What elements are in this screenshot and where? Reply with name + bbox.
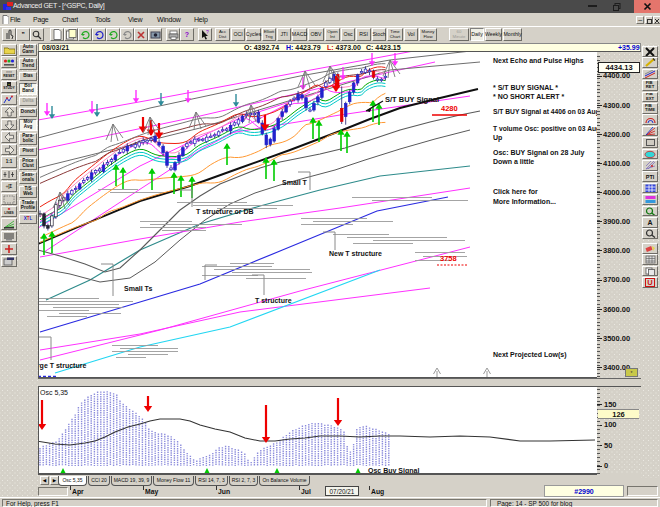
- svg-text:Small Ts: Small Ts: [124, 285, 152, 292]
- svg-text:More Information...: More Information...: [493, 198, 556, 205]
- svg-text:S/T BUY Signal at 4406 on 03 A: S/T BUY Signal at 4406 on 03 August: [493, 108, 597, 116]
- svg-text:Next Projected Low(s): Next Projected Low(s): [493, 351, 567, 359]
- svg-text:T structure or DB: T structure or DB: [196, 208, 254, 215]
- svg-text:Osc 5,35: Osc 5,35: [40, 389, 68, 396]
- svg-text:Small T: Small T: [282, 179, 308, 186]
- svg-text:Down a little: Down a little: [493, 158, 534, 165]
- svg-text:Osc: BUY Signal on 28 July: Osc: BUY Signal on 28 July: [493, 149, 584, 157]
- svg-text:3758: 3758: [440, 254, 457, 263]
- svg-text:Osc Buy Signal: Osc Buy Signal: [368, 467, 419, 474]
- svg-text:4280: 4280: [441, 104, 458, 113]
- svg-text:Up: Up: [493, 134, 502, 142]
- svg-text:T structure: T structure: [255, 297, 292, 304]
- svg-text:T volume Osc: positive on 03 A: T volume Osc: positive on 03 August: [493, 125, 597, 133]
- svg-text:arge T structure: arge T structure: [38, 362, 86, 370]
- svg-text:* S/T BUY SIGNAL *: * S/T BUY SIGNAL *: [493, 84, 558, 91]
- svg-text:S/T BUY Signal: S/T BUY Signal: [385, 95, 439, 104]
- svg-text:Click here for: Click here for: [493, 188, 538, 195]
- svg-text:New T structure: New T structure: [329, 250, 382, 257]
- svg-text:* NO SHORT ALERT *: * NO SHORT ALERT *: [493, 93, 565, 100]
- svg-text:?: ?: [206, 29, 209, 35]
- svg-text:Next Echo and Pulse Highs: Next Echo and Pulse Highs: [493, 57, 584, 65]
